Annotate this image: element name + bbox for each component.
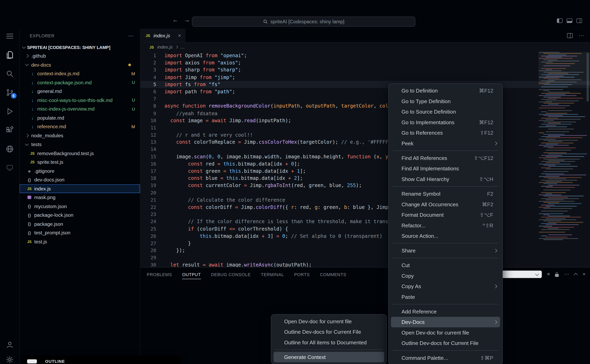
code-line-7[interactable]: 7	[140, 95, 590, 103]
search-icon[interactable]	[5, 69, 14, 78]
settings-gear-icon[interactable]	[5, 355, 14, 364]
layout-sidebar-right-icon[interactable]	[577, 19, 582, 23]
folder-tests[interactable]: tests	[20, 140, 140, 149]
panel-more-actions-icon[interactable]: ⋯	[564, 271, 569, 278]
code-line-2[interactable]: 2import axios from "axios";	[140, 59, 590, 66]
file-populate-md[interactable]: ↓populate.md	[20, 113, 140, 122]
menu-item-add-reference[interactable]: Add Reference	[391, 306, 500, 317]
menu-item-format-document[interactable]: Format Document⇧⌥F	[391, 209, 500, 220]
panel-tab-problems[interactable]: PROBLEMS	[147, 267, 172, 281]
forward-icon[interactable]: →	[184, 17, 190, 24]
close-tab-icon[interactable]: ×	[178, 32, 181, 38]
github-globe-icon[interactable]	[5, 144, 14, 154]
menu-item-outline-dev-docs-for-current-file[interactable]: Outline Dev-docs for Current File	[273, 327, 384, 337]
split-editor-icon[interactable]	[567, 33, 573, 38]
menu-item-refactor[interactable]: Refactor...^⇧R	[391, 220, 500, 231]
editor-more-actions-icon[interactable]: ⋯	[579, 32, 584, 38]
code-line-6[interactable]: 6import path from "path";	[140, 88, 590, 95]
code-line-20[interactable]: 20	[140, 189, 590, 196]
workspace-root-item[interactable]: SPRITEAI [CODESPACES: SHINY LAMP]	[20, 43, 140, 52]
file-misc-index-js-overview-md[interactable]: ↓misc-index-js-overview.mdU	[20, 104, 140, 113]
code-line-26[interactable]: 26 this.bitmap.data[idx + 3] = 0; // Set…	[140, 232, 590, 240]
code-line-28[interactable]: 28 });	[140, 247, 590, 254]
file-misc-cool-ways-to-use-this-sdk-md[interactable]: ↓misc-cool-ways-to-use-this-sdk.mdU	[20, 96, 140, 104]
menu-item-outline-dev-docs-for-current-file[interactable]: Outline Dev-docs for Current File	[391, 338, 500, 349]
menu-item-paste[interactable]: Paste	[391, 292, 500, 302]
chevron-down-icon[interactable]	[25, 142, 29, 146]
command-center[interactable]: spriteAI [Codespaces: shi­ny lamp]	[192, 17, 415, 27]
menu-item-open-dev-doc-for-current-file[interactable]: Open Dev-doc for current file	[273, 316, 384, 327]
file-test-prompt-json[interactable]: {}test_prompt.json	[20, 228, 140, 237]
folder-node-modules[interactable]: node_modules	[20, 131, 140, 140]
menu-item-go-to-references[interactable]: Go to References⇧F12	[391, 128, 500, 138]
filter-output-icon[interactable]: ≡	[547, 271, 550, 278]
menu-item-source-action[interactable]: Source Action...	[391, 231, 500, 241]
explorer-icon[interactable]	[5, 50, 14, 59]
layout-sidebar-left-icon[interactable]	[557, 19, 563, 23]
output-channel-select[interactable]	[501, 271, 542, 278]
folder-dev-docs[interactable]: dev-docs	[20, 60, 140, 69]
panel-tab-comments[interactable]: COMMENTS	[320, 267, 346, 281]
code-line-23[interactable]: 23	[140, 211, 590, 218]
menu-item-show-call-hierarchy[interactable]: Show Call Hierarchy⇧⌥H	[391, 174, 500, 184]
menu-item-go-to-type-definition[interactable]: Go to Type Definition	[391, 96, 500, 107]
breadcrumb-file[interactable]: index.js	[157, 44, 173, 50]
code-line-17[interactable]: 17 const green = this.bitmap.data[idx + …	[140, 167, 590, 175]
account-icon[interactable]	[5, 340, 14, 349]
breadcrumb-symbol-more[interactable]: …	[180, 44, 185, 50]
panel-tab-output[interactable]: OUTPUT	[182, 267, 201, 281]
panel-tab-debug-console[interactable]: DEBUG CONSOLE	[211, 267, 251, 281]
code-line-18[interactable]: 18 const blue = this.bitmap.data[idx + 2…	[140, 175, 590, 182]
code-line-14[interactable]: 14	[140, 146, 590, 153]
extensions-icon[interactable]	[5, 126, 14, 135]
menu-item-dev-docs[interactable]: Dev-Docs	[391, 317, 500, 327]
folder-github[interactable]: .github	[20, 52, 140, 60]
code-line-21[interactable]: 21 // Calculate the color difference	[140, 196, 590, 203]
file-package-json[interactable]: {}package.json	[20, 220, 140, 228]
menu-item-peek[interactable]: Peek	[391, 138, 500, 149]
file-mycustom-json[interactable]: {}mycustom.json	[20, 202, 140, 211]
menu-item-find-all-references[interactable]: Find All References⇧⌥F12	[391, 153, 500, 163]
code-line-27[interactable]: 27 }	[140, 240, 590, 247]
close-panel-icon[interactable]: ×	[583, 271, 585, 278]
file-general-md[interactable]: ↓general.md	[20, 87, 140, 96]
code-line-5[interactable]: 5import fs from "fs"	[140, 81, 590, 88]
file-index-js[interactable]: JSindex.js	[20, 184, 140, 193]
remote-explorer-icon[interactable]	[5, 163, 14, 172]
minimap-viewport[interactable]	[538, 52, 590, 85]
code-line-4[interactable]: 4import Jimp from "jimp";	[140, 74, 590, 81]
menu-item-copy-as[interactable]: Copy As	[391, 281, 500, 292]
maximize-panel-icon[interactable]	[574, 273, 578, 277]
chevron-right-icon[interactable]	[25, 54, 29, 58]
code-line-9[interactable]: 9 //yeah fdsatea	[140, 110, 590, 117]
explorer-more-actions-icon[interactable]: ⋯	[128, 32, 134, 39]
file-test-js[interactable]: JStest.js	[20, 237, 140, 246]
menu-item-command-palette[interactable]: Command Palette...⇧⌘P	[391, 352, 500, 363]
code-line-11[interactable]: 11	[140, 124, 590, 131]
layout-panel-icon[interactable]	[567, 19, 572, 23]
editor-scrollbar[interactable]	[587, 53, 589, 102]
back-icon[interactable]: ←	[172, 17, 178, 24]
file-context-index-js-md[interactable]: ↓context-index.js.mdM	[20, 69, 140, 78]
menu-item-share[interactable]: Share	[391, 245, 500, 256]
file-reference-md[interactable]: ↓reference.mdM	[20, 122, 140, 131]
chevron-right-icon[interactable]	[25, 134, 29, 137]
file-gitignore[interactable]: ◆.gitignore	[20, 167, 140, 175]
code-line-19[interactable]: 19 const currentColor = Jimp.rgbaToInt(r…	[140, 182, 590, 189]
menu-item-generate-context[interactable]: Generate Context	[273, 352, 384, 362]
menu-item-cut[interactable]: Cut	[391, 260, 500, 271]
file-package-lock-json[interactable]: {}package-lock.json	[20, 211, 140, 220]
source-control-icon[interactable]: 5	[5, 88, 14, 97]
code-line-13[interactable]: 13 const colorToReplace = Jimp.cssColorT…	[140, 138, 590, 146]
code-line-1[interactable]: 1import OpenAI from "openai";	[140, 52, 590, 59]
outline-popup[interactable]: OUTLINE	[23, 356, 181, 364]
menu-item-copy[interactable]: Copy	[391, 271, 500, 281]
lock-scroll-icon[interactable]	[555, 274, 559, 277]
menu-item-change-all-occurrences[interactable]: Change All Occurrences⌘F2	[391, 199, 500, 210]
code-editor[interactable]: 1import OpenAI from "openai";2import axi…	[140, 52, 590, 267]
file-mask-png[interactable]: mask.png	[20, 193, 140, 202]
code-line-10[interactable]: 10 const image = await Jimp.read(inputPa…	[140, 117, 590, 124]
chevron-down-icon[interactable]	[25, 62, 29, 66]
menu-item-outline-for-all-items-to-documented[interactable]: Outline for All items to Documented	[273, 337, 384, 348]
code-line-15[interactable]: 15 image.scan(0, 0, image.bitmap.width, …	[140, 153, 590, 160]
